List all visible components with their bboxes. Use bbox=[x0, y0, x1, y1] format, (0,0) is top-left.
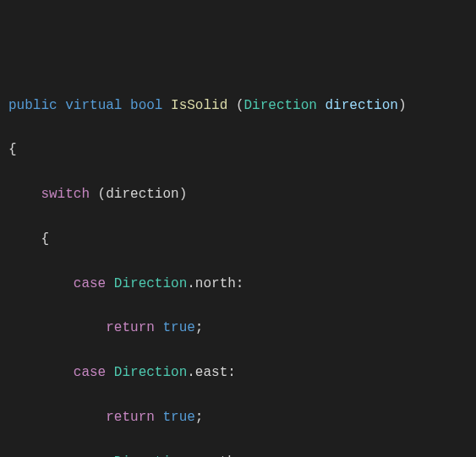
space bbox=[155, 320, 163, 335]
keyword-true: true bbox=[162, 410, 194, 425]
code-line-3: switch (direction) bbox=[8, 183, 468, 205]
keyword-case: case bbox=[74, 365, 106, 380]
keyword-return: return bbox=[106, 320, 155, 335]
indent bbox=[8, 410, 106, 425]
indent bbox=[8, 276, 74, 291]
code-line-8: return true; bbox=[8, 406, 468, 428]
space bbox=[106, 365, 114, 380]
type-direction: Direction bbox=[243, 98, 316, 113]
param-direction: direction bbox=[317, 98, 398, 113]
code-line-2: { bbox=[8, 139, 468, 160]
code-line-9: case Direction.south: bbox=[8, 451, 468, 457]
case-value: .north: bbox=[187, 276, 243, 291]
keyword-switch: switch bbox=[41, 187, 90, 202]
indent bbox=[8, 365, 74, 380]
indent bbox=[8, 187, 41, 202]
code-line-4: { bbox=[8, 228, 468, 250]
type-direction: Direction bbox=[114, 365, 187, 380]
semicolon: ; bbox=[195, 410, 204, 425]
paren-open: ( bbox=[227, 98, 243, 113]
switch-expr: (direction) bbox=[90, 187, 187, 202]
keyword-case: case bbox=[74, 276, 106, 291]
type-direction: Direction bbox=[114, 276, 187, 291]
code-line-6: return true; bbox=[8, 317, 468, 339]
code-line-1: public virtual bool IsSolid (Direction d… bbox=[8, 95, 468, 117]
code-line-7: case Direction.east: bbox=[8, 362, 468, 384]
keyword-virtual: virtual bbox=[65, 98, 122, 113]
space bbox=[155, 410, 163, 425]
code-editor[interactable]: public virtual bool IsSolid (Direction d… bbox=[8, 95, 468, 457]
semicolon: ; bbox=[195, 320, 204, 335]
space bbox=[106, 276, 114, 291]
code-line-5: case Direction.north: bbox=[8, 273, 468, 295]
keyword-return: return bbox=[106, 410, 155, 425]
paren-close: ) bbox=[398, 98, 407, 113]
indent bbox=[8, 320, 106, 335]
method-name: IsSolid bbox=[171, 98, 227, 113]
keyword-bool: bool bbox=[130, 98, 162, 113]
keyword-true: true bbox=[162, 320, 194, 335]
case-value: .east: bbox=[187, 365, 236, 380]
keyword-public: public bbox=[8, 98, 57, 113]
